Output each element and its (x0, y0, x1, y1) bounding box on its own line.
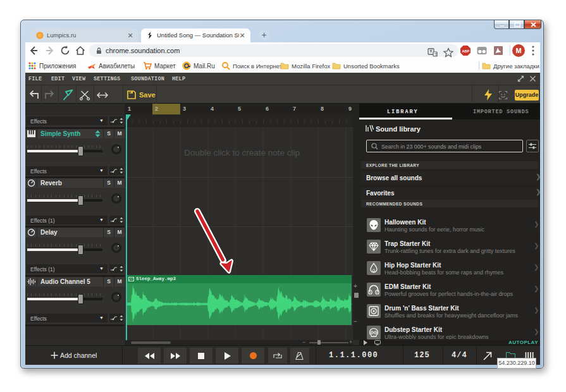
svg-text:ABP: ABP (462, 49, 470, 53)
svg-text:文: 文 (434, 52, 438, 56)
